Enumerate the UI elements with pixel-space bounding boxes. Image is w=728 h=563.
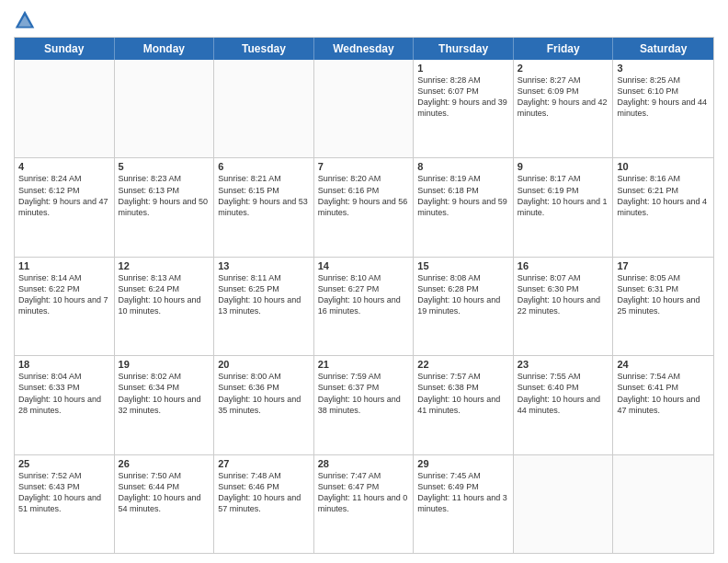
day-info: Sunrise: 8:04 AM Sunset: 6:33 PM Dayligh… xyxy=(18,371,110,416)
calendar-week-2: 4Sunrise: 8:24 AM Sunset: 6:12 PM Daylig… xyxy=(15,158,713,257)
day-info: Sunrise: 8:25 AM Sunset: 6:10 PM Dayligh… xyxy=(617,75,710,120)
day-number: 23 xyxy=(518,359,609,370)
day-number: 2 xyxy=(518,63,609,74)
calendar-cell xyxy=(214,60,314,157)
header-day-friday: Friday xyxy=(514,38,614,60)
calendar-body: 1Sunrise: 8:28 AM Sunset: 6:07 PM Daylig… xyxy=(15,60,713,553)
day-number: 4 xyxy=(18,161,110,172)
day-info: Sunrise: 7:55 AM Sunset: 6:40 PM Dayligh… xyxy=(518,371,609,416)
calendar-cell: 8Sunrise: 8:19 AM Sunset: 6:18 PM Daylig… xyxy=(414,158,514,256)
header-day-monday: Monday xyxy=(115,38,215,60)
day-number: 9 xyxy=(518,161,609,172)
day-number: 17 xyxy=(617,260,710,271)
calendar-cell: 14Sunrise: 8:10 AM Sunset: 6:27 PM Dayli… xyxy=(314,258,415,355)
day-number: 20 xyxy=(218,359,310,370)
day-info: Sunrise: 8:00 AM Sunset: 6:36 PM Dayligh… xyxy=(218,371,310,416)
calendar-cell: 23Sunrise: 7:55 AM Sunset: 6:40 PM Dayli… xyxy=(514,356,614,454)
logo-icon xyxy=(14,9,36,31)
day-info: Sunrise: 8:24 AM Sunset: 6:12 PM Dayligh… xyxy=(18,173,110,218)
calendar-cell xyxy=(314,60,415,157)
day-info: Sunrise: 7:45 AM Sunset: 6:49 PM Dayligh… xyxy=(417,470,509,515)
calendar-cell: 25Sunrise: 7:52 AM Sunset: 6:43 PM Dayli… xyxy=(15,455,115,553)
day-number: 24 xyxy=(617,359,710,370)
calendar-cell: 11Sunrise: 8:14 AM Sunset: 6:22 PM Dayli… xyxy=(15,258,115,355)
day-info: Sunrise: 8:20 AM Sunset: 6:16 PM Dayligh… xyxy=(318,173,410,218)
day-number: 15 xyxy=(417,260,509,271)
calendar-cell xyxy=(514,455,614,553)
header-day-saturday: Saturday xyxy=(613,38,713,60)
page: SundayMondayTuesdayWednesdayThursdayFrid… xyxy=(0,0,728,563)
day-info: Sunrise: 8:05 AM Sunset: 6:31 PM Dayligh… xyxy=(617,272,710,317)
day-info: Sunrise: 7:57 AM Sunset: 6:38 PM Dayligh… xyxy=(417,371,509,416)
day-number: 13 xyxy=(218,260,310,271)
calendar-cell: 9Sunrise: 8:17 AM Sunset: 6:19 PM Daylig… xyxy=(514,158,614,256)
calendar-cell: 1Sunrise: 8:28 AM Sunset: 6:07 PM Daylig… xyxy=(414,60,514,157)
day-info: Sunrise: 8:23 AM Sunset: 6:13 PM Dayligh… xyxy=(119,173,210,218)
calendar-cell: 15Sunrise: 8:08 AM Sunset: 6:28 PM Dayli… xyxy=(414,258,514,355)
day-number: 5 xyxy=(119,161,210,172)
day-info: Sunrise: 8:21 AM Sunset: 6:15 PM Dayligh… xyxy=(218,173,310,218)
calendar-cell xyxy=(15,60,115,157)
calendar-cell: 20Sunrise: 8:00 AM Sunset: 6:36 PM Dayli… xyxy=(214,356,314,454)
day-info: Sunrise: 8:16 AM Sunset: 6:21 PM Dayligh… xyxy=(617,173,710,218)
calendar-cell: 24Sunrise: 7:54 AM Sunset: 6:41 PM Dayli… xyxy=(613,356,713,454)
calendar-cell: 6Sunrise: 8:21 AM Sunset: 6:15 PM Daylig… xyxy=(214,158,314,256)
day-number: 7 xyxy=(318,161,410,172)
day-number: 3 xyxy=(617,63,710,74)
day-info: Sunrise: 8:10 AM Sunset: 6:27 PM Dayligh… xyxy=(318,272,410,317)
day-info: Sunrise: 8:13 AM Sunset: 6:24 PM Dayligh… xyxy=(119,272,210,317)
day-info: Sunrise: 8:27 AM Sunset: 6:09 PM Dayligh… xyxy=(518,75,609,120)
day-info: Sunrise: 7:50 AM Sunset: 6:44 PM Dayligh… xyxy=(119,470,210,515)
calendar-week-4: 18Sunrise: 8:04 AM Sunset: 6:33 PM Dayli… xyxy=(15,356,713,454)
calendar-cell xyxy=(613,455,713,553)
day-number: 11 xyxy=(18,260,110,271)
day-info: Sunrise: 8:28 AM Sunset: 6:07 PM Dayligh… xyxy=(417,75,509,120)
calendar-cell xyxy=(115,60,215,157)
day-number: 1 xyxy=(417,63,509,74)
day-number: 27 xyxy=(218,458,310,469)
calendar-cell: 5Sunrise: 8:23 AM Sunset: 6:13 PM Daylig… xyxy=(115,158,215,256)
calendar-week-1: 1Sunrise: 8:28 AM Sunset: 6:07 PM Daylig… xyxy=(15,60,713,158)
calendar-cell: 3Sunrise: 8:25 AM Sunset: 6:10 PM Daylig… xyxy=(613,60,713,157)
day-info: Sunrise: 8:07 AM Sunset: 6:30 PM Dayligh… xyxy=(518,272,609,317)
day-info: Sunrise: 8:08 AM Sunset: 6:28 PM Dayligh… xyxy=(417,272,509,317)
day-number: 18 xyxy=(18,359,110,370)
day-number: 29 xyxy=(417,458,509,469)
calendar-cell: 19Sunrise: 8:02 AM Sunset: 6:34 PM Dayli… xyxy=(115,356,215,454)
day-number: 10 xyxy=(617,161,710,172)
day-number: 14 xyxy=(318,260,410,271)
day-info: Sunrise: 8:02 AM Sunset: 6:34 PM Dayligh… xyxy=(119,371,210,416)
calendar-cell: 22Sunrise: 7:57 AM Sunset: 6:38 PM Dayli… xyxy=(414,356,514,454)
calendar-week-5: 25Sunrise: 7:52 AM Sunset: 6:43 PM Dayli… xyxy=(15,455,713,553)
calendar-cell: 2Sunrise: 8:27 AM Sunset: 6:09 PM Daylig… xyxy=(514,60,614,157)
calendar-cell: 12Sunrise: 8:13 AM Sunset: 6:24 PM Dayli… xyxy=(115,258,215,355)
header-day-sunday: Sunday xyxy=(15,38,115,60)
day-number: 6 xyxy=(218,161,310,172)
calendar-cell: 27Sunrise: 7:48 AM Sunset: 6:46 PM Dayli… xyxy=(214,455,314,553)
calendar-cell: 16Sunrise: 8:07 AM Sunset: 6:30 PM Dayli… xyxy=(514,258,614,355)
day-info: Sunrise: 7:47 AM Sunset: 6:47 PM Dayligh… xyxy=(318,470,410,515)
calendar-cell: 21Sunrise: 7:59 AM Sunset: 6:37 PM Dayli… xyxy=(314,356,415,454)
day-number: 19 xyxy=(119,359,210,370)
calendar-cell: 7Sunrise: 8:20 AM Sunset: 6:16 PM Daylig… xyxy=(314,158,415,256)
day-info: Sunrise: 8:17 AM Sunset: 6:19 PM Dayligh… xyxy=(518,173,609,218)
day-number: 22 xyxy=(417,359,509,370)
calendar-cell: 4Sunrise: 8:24 AM Sunset: 6:12 PM Daylig… xyxy=(15,158,115,256)
day-number: 12 xyxy=(119,260,210,271)
calendar-cell: 13Sunrise: 8:11 AM Sunset: 6:25 PM Dayli… xyxy=(214,258,314,355)
calendar-cell: 26Sunrise: 7:50 AM Sunset: 6:44 PM Dayli… xyxy=(115,455,215,553)
day-info: Sunrise: 7:48 AM Sunset: 6:46 PM Dayligh… xyxy=(218,470,310,515)
calendar-header-row: SundayMondayTuesdayWednesdayThursdayFrid… xyxy=(15,38,713,60)
day-info: Sunrise: 8:14 AM Sunset: 6:22 PM Dayligh… xyxy=(18,272,110,317)
header-day-tuesday: Tuesday xyxy=(214,38,314,60)
day-number: 25 xyxy=(18,458,110,469)
calendar-cell: 17Sunrise: 8:05 AM Sunset: 6:31 PM Dayli… xyxy=(613,258,713,355)
day-info: Sunrise: 7:54 AM Sunset: 6:41 PM Dayligh… xyxy=(617,371,710,416)
calendar-cell: 29Sunrise: 7:45 AM Sunset: 6:49 PM Dayli… xyxy=(414,455,514,553)
day-info: Sunrise: 7:52 AM Sunset: 6:43 PM Dayligh… xyxy=(18,470,110,515)
day-number: 21 xyxy=(318,359,410,370)
calendar-cell: 10Sunrise: 8:16 AM Sunset: 6:21 PM Dayli… xyxy=(613,158,713,256)
header-day-thursday: Thursday xyxy=(414,38,514,60)
logo xyxy=(14,9,40,31)
calendar-cell: 28Sunrise: 7:47 AM Sunset: 6:47 PM Dayli… xyxy=(314,455,415,553)
